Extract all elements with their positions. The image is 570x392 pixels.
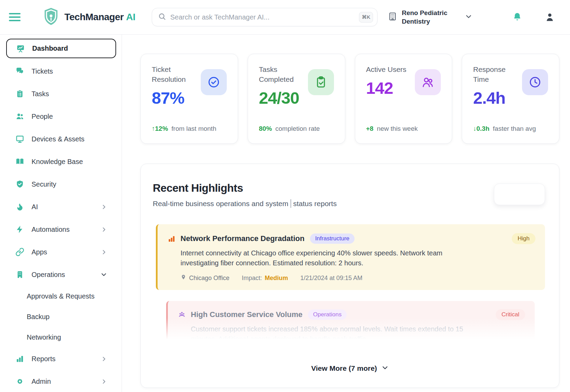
impact-label: Impact: <box>242 275 262 282</box>
sidebar-item-tickets[interactable]: Tickets <box>0 60 122 83</box>
user-avatar-icon[interactable] <box>545 12 555 22</box>
building-filled-icon <box>15 270 24 279</box>
recent-highlights-panel: Recent Highlights Real-time business ope… <box>140 164 559 388</box>
org-name: Reno Pediatric Dentistry <box>402 9 447 26</box>
sidebar-item-admin[interactable]: Admin <box>0 370 122 392</box>
sidebar-item-reports[interactable]: Reports <box>0 347 122 370</box>
stat-footer: ↓0.3hfaster than avg <box>473 125 548 133</box>
sidebar-item-apps[interactable]: Apps <box>0 241 122 263</box>
sidebar-item-label: Automations <box>32 226 70 233</box>
search-icon <box>158 13 166 22</box>
chevron-right-icon <box>101 226 107 233</box>
sidebar-item-label: People <box>32 113 53 121</box>
sidebar-item-dashboard[interactable]: Dashboard <box>6 39 116 58</box>
people-icon <box>15 112 24 121</box>
alert-timestamp: 1/21/2024 at 09:15 AM <box>300 275 362 282</box>
top-bar: TechManagerAI ⌘K Reno Pediatric Dentistr… <box>0 0 570 35</box>
alert-category-badge: Infrastructure <box>310 233 355 244</box>
chevron-down-icon <box>100 271 107 278</box>
dashboard-icon <box>16 44 25 53</box>
sidebar-item-security[interactable]: Security <box>0 173 122 195</box>
app-logo: TechManagerAI <box>42 7 135 27</box>
sidebar-item-automations[interactable]: Automations <box>0 218 122 241</box>
sidebar-item-ai[interactable]: AI <box>0 195 122 218</box>
chevron-down-icon[interactable] <box>464 12 473 22</box>
notifications-bell-icon[interactable] <box>512 12 522 22</box>
chevron-down-icon <box>381 364 389 373</box>
flame-icon <box>15 202 24 211</box>
text-cursor <box>290 199 291 208</box>
alerts-list: Network Performance Degradation Infrastr… <box>141 224 559 345</box>
sidebar-item-label: Devices & Assets <box>32 135 85 143</box>
sidebar-item-label: Reports <box>32 355 55 363</box>
alert-title: High Customer Service Volume <box>191 310 302 319</box>
alert-severity-badge: High <box>512 233 535 244</box>
view-more-button[interactable]: View More (7 more) <box>141 364 559 373</box>
check-circle-icon <box>201 69 227 95</box>
sidebar-item-label: Knowledge Base <box>32 158 83 166</box>
stat-value: 24/30 <box>259 88 308 108</box>
alert-title: Network Performance Degradation <box>181 234 305 243</box>
sidebar-item-label: Tickets <box>32 67 53 75</box>
sidebar-subitem-approvals-requests[interactable]: Approvals & Requests <box>0 286 122 306</box>
sidebar-item-label: AI <box>32 203 38 211</box>
sidebar-subitem-backup[interactable]: Backup <box>0 306 122 327</box>
global-search[interactable]: ⌘K <box>152 8 377 26</box>
open-book-icon <box>15 157 24 166</box>
stat-footer: 80%completion rate <box>259 125 334 133</box>
sidebar-item-label: Security <box>32 180 56 188</box>
stat-footer: +8new this week <box>366 125 441 133</box>
stat-card-ticket-resolution: TicketResolution 87% ↑12%from last month <box>140 54 238 144</box>
map-pin-icon <box>181 274 186 282</box>
clock-icon <box>522 69 548 95</box>
alert-category-badge: Operations <box>308 309 347 320</box>
bar-chart-alert-icon <box>167 234 176 243</box>
lightning-icon <box>15 225 24 234</box>
bar-chart-icon <box>15 354 24 363</box>
header-actions <box>512 12 570 22</box>
building-icon <box>388 12 397 23</box>
monitor-icon <box>15 135 24 143</box>
stat-footer: ↑12%from last month <box>152 125 227 133</box>
shield-logo-icon <box>42 7 60 27</box>
panel-action-button[interactable] <box>494 184 545 205</box>
sidebar-item-people[interactable]: People <box>0 105 122 128</box>
sidebar-item-devices[interactable]: Devices & Assets <box>0 128 122 150</box>
sidebar-item-operations[interactable]: Operations <box>0 263 122 286</box>
clipboard-icon <box>15 89 24 98</box>
search-input[interactable] <box>170 13 359 21</box>
search-shortcut-badge: ⌘K <box>359 12 373 23</box>
app-window: TechManagerAI ⌘K Reno Pediatric Dentistr… <box>0 0 570 392</box>
org-switcher[interactable]: Reno Pediatric Dentistry <box>388 9 473 26</box>
gear-icon <box>15 377 24 386</box>
sidebar-item-label: Admin <box>32 378 51 385</box>
main-content: TicketResolution 87% ↑12%from last month <box>122 35 570 392</box>
kpi-cards-row: TicketResolution 87% ↑12%from last month <box>140 54 559 144</box>
alert-card-service-volume[interactable]: High Customer Service Volume Operations … <box>166 301 535 345</box>
alert-severity-badge: Critical <box>496 309 525 320</box>
alert-meta: Chicago Office Impact: Medium 1/21/2024 … <box>181 274 535 282</box>
chevron-right-icon <box>101 378 107 385</box>
people-group-alert-icon <box>177 310 186 319</box>
stat-label: TasksCompleted <box>259 64 308 84</box>
link-icon <box>15 248 24 256</box>
alert-card-network-degradation[interactable]: Network Performance Degradation Infrastr… <box>156 224 545 290</box>
stat-label: TicketResolution <box>152 64 201 84</box>
sidebar-item-knowledge-base[interactable]: Knowledge Base <box>0 150 122 173</box>
app-title: TechManagerAI <box>64 12 135 23</box>
chat-bubbles-icon <box>15 67 24 76</box>
sidebar-item-tasks[interactable]: Tasks <box>0 83 122 105</box>
chevron-right-icon <box>101 249 107 255</box>
users-icon <box>415 69 441 95</box>
chevron-right-icon <box>101 204 107 210</box>
sidebar-subitem-networking[interactable]: Networking <box>0 327 122 347</box>
chevron-right-icon <box>101 356 107 362</box>
shield-check-icon <box>15 180 24 189</box>
impact-value: Medium <box>265 275 288 282</box>
clipboard-check-icon <box>308 69 334 95</box>
stat-label: Active Users <box>366 64 415 74</box>
menu-icon[interactable] <box>9 12 21 22</box>
sidebar-item-label: Dashboard <box>32 45 68 52</box>
alert-description: Customer support tickets increased 185% … <box>191 324 475 344</box>
sidebar-item-label: Tasks <box>32 90 49 98</box>
